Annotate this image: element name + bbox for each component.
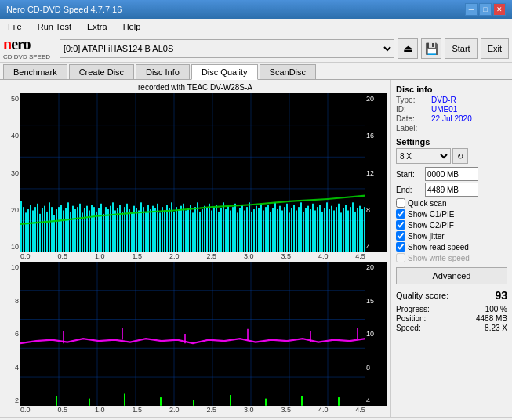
show-jitter-checkbox[interactable] (396, 231, 405, 241)
refresh-button[interactable]: ↻ (452, 148, 468, 164)
quality-score-section: Quality score: 93 (396, 289, 507, 302)
svg-rect-130 (296, 210, 297, 252)
svg-rect-53 (114, 210, 116, 252)
end-input[interactable] (425, 183, 478, 197)
svg-rect-22 (42, 208, 43, 253)
svg-rect-103 (232, 207, 234, 252)
drive-selector[interactable]: [0:0] ATAPI iHAS124 B AL0S (60, 39, 394, 58)
speed-selector[interactable]: 8 X (396, 148, 451, 164)
svg-rect-24 (46, 212, 48, 252)
bottom-right-yaxis-20: 20 (366, 263, 387, 271)
top-left-yaxis-30: 30 (3, 169, 19, 177)
progress-progress-row: Progress: 100 % (396, 305, 507, 313)
svg-rect-41 (86, 206, 88, 253)
svg-rect-126 (286, 204, 288, 252)
svg-rect-109 (246, 207, 248, 252)
bottom-xaxis: 0.0 0.5 1.0 1.5 2.0 2.5 3.0 3.5 4.0 4.5 (20, 406, 387, 414)
start-button[interactable]: Start (445, 38, 477, 59)
svg-rect-90 (202, 209, 203, 252)
svg-rect-173 (56, 396, 57, 406)
menu-help[interactable]: Help (118, 20, 146, 33)
top-chart-svg (20, 93, 365, 252)
show-read-speed-checkbox[interactable] (396, 242, 405, 252)
start-label: Start: (396, 170, 423, 179)
logo: nero CD·DVD SPEED (3, 36, 50, 60)
top-left-yaxis-10: 10 (3, 243, 19, 251)
tab-disc-info[interactable]: Disc Info (136, 64, 190, 79)
svg-rect-35 (72, 206, 74, 253)
progress-position-row: Position: 4488 MB (396, 314, 507, 323)
menu-file[interactable]: File (3, 20, 27, 33)
exit-button[interactable]: Exit (481, 38, 509, 59)
svg-rect-114 (258, 208, 260, 253)
disc-label-row: Label: - (396, 124, 507, 132)
disc-type-row: Type: DVD-R (396, 96, 507, 104)
svg-rect-74 (164, 210, 165, 252)
svg-rect-121 (274, 202, 276, 252)
show-c2pif-label: Show C2/PIF (408, 221, 454, 230)
position-value: 4488 MB (476, 314, 507, 323)
minimize-button[interactable]: ─ (465, 3, 478, 16)
svg-rect-31 (63, 210, 64, 252)
svg-rect-147 (336, 207, 337, 252)
svg-rect-43 (91, 205, 93, 252)
svg-rect-176 (160, 397, 162, 406)
svg-rect-156 (357, 208, 358, 253)
quick-scan-checkbox[interactable] (396, 198, 405, 208)
svg-rect-93 (209, 204, 210, 252)
show-write-speed-checkbox[interactable] (396, 253, 405, 262)
disc-date-value: 22 Jul 2020 (431, 114, 472, 123)
svg-rect-13 (20, 201, 22, 252)
close-button[interactable]: ✕ (493, 3, 506, 16)
tab-disc-quality[interactable]: Disc Quality (191, 64, 258, 80)
svg-rect-140 (319, 205, 321, 252)
svg-rect-83 (185, 210, 187, 252)
svg-rect-25 (49, 202, 50, 252)
tab-create-disc[interactable]: Create Disc (69, 64, 134, 79)
svg-rect-80 (178, 209, 180, 252)
svg-rect-37 (77, 207, 78, 252)
svg-rect-97 (218, 212, 220, 252)
disc-type-value: DVD-R (431, 96, 456, 104)
svg-rect-15 (25, 212, 27, 252)
disc-id-row: ID: UME01 (396, 105, 507, 114)
svg-rect-20 (37, 204, 38, 252)
svg-rect-36 (74, 209, 76, 252)
show-c2pif-checkbox[interactable] (396, 220, 405, 230)
show-read-speed-row: Show read speed (396, 242, 507, 252)
disc-label-label: Label: (396, 124, 431, 132)
menu-extra[interactable]: Extra (82, 20, 112, 33)
svg-rect-59 (129, 209, 130, 252)
eject-button[interactable]: ⏏ (398, 38, 418, 59)
maximize-button[interactable]: □ (479, 3, 492, 16)
disc-date-row: Date: 22 Jul 2020 (396, 114, 507, 123)
svg-rect-131 (298, 207, 300, 252)
charts-stack: 50 40 30 20 10 (3, 93, 387, 414)
tab-benchmark[interactable]: Benchmark (3, 64, 67, 79)
progress-label: Progress: (396, 305, 430, 313)
advanced-button[interactable]: Advanced (396, 267, 507, 284)
bottom-left-yaxis-4: 4 (3, 364, 19, 371)
tab-scandisc[interactable]: ScanDisc (260, 64, 316, 79)
svg-rect-142 (324, 208, 325, 253)
svg-rect-145 (331, 206, 332, 253)
toolbar: nero CD·DVD SPEED [0:0] ATAPI iHAS124 B … (0, 34, 512, 63)
menu-bar: File Run Test Extra Help (0, 19, 512, 34)
save-button[interactable]: 💾 (421, 38, 441, 59)
svg-rect-81 (180, 206, 182, 253)
svg-rect-88 (197, 202, 198, 252)
show-c1pie-checkbox[interactable] (396, 209, 405, 219)
svg-rect-14 (23, 207, 24, 252)
disc-label-value: - (431, 124, 434, 132)
svg-rect-60 (131, 212, 133, 252)
position-label: Position: (396, 314, 426, 323)
svg-rect-124 (281, 210, 283, 252)
svg-rect-111 (251, 212, 252, 252)
start-input[interactable] (425, 167, 478, 181)
svg-rect-139 (317, 207, 318, 252)
disc-type-label: Type: (396, 96, 431, 104)
menu-run-test[interactable]: Run Test (33, 20, 76, 33)
svg-rect-62 (136, 208, 137, 253)
svg-rect-102 (230, 210, 231, 252)
top-right-yaxis-12: 12 (366, 169, 387, 177)
